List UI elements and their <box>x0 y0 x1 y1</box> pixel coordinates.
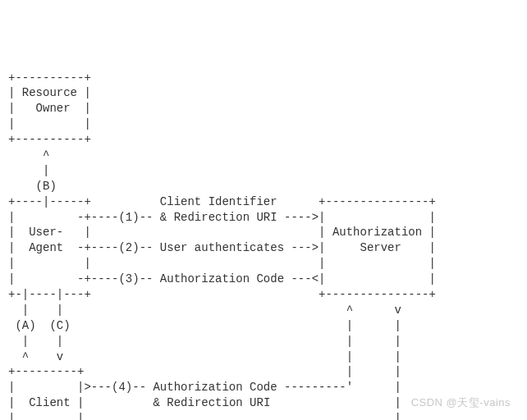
step-2: (2)-- User authenticates ---> <box>118 241 318 254</box>
step-3: (3)-- Authorization Code ---< <box>118 272 318 285</box>
box-user-agent-line1: User- <box>29 226 63 239</box>
box-resource-owner-line1: Resource <box>22 86 77 99</box>
header-client-identifier: Client Identifier <box>160 195 277 208</box>
oauth-flow-diagram: +----------+ | Resource | | Owner | | | … <box>8 71 519 420</box>
watermark: CSDN @天玺-vains <box>411 395 511 410</box>
step-4: (4)-- Authorization Code ---------' <box>112 381 353 394</box>
step-1: (1)-- & Redirection URI ----> <box>118 211 318 224</box>
step-4b: & Redirection URI <box>153 396 270 409</box>
box-user-agent-line2: Agent <box>29 241 63 254</box>
box-authz-server-line1: Authorization <box>332 226 422 239</box>
box-client: Client <box>29 396 70 409</box>
box-authz-server-line2: Server <box>360 241 401 254</box>
box-resource-owner-line2: Owner <box>36 102 71 115</box>
